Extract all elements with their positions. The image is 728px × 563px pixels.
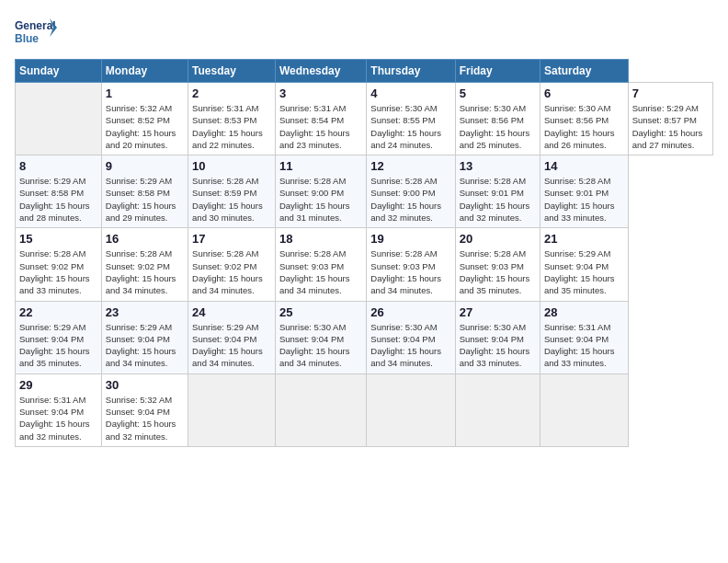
day-info: Sunrise: 5:32 AMSunset: 8:52 PMDaylight:… — [106, 102, 184, 151]
day-cell: 24Sunrise: 5:29 AMSunset: 9:04 PMDayligh… — [188, 301, 276, 373]
day-info: Sunrise: 5:30 AMSunset: 9:04 PMDaylight:… — [370, 321, 450, 370]
day-cell: 13Sunrise: 5:28 AMSunset: 9:01 PMDayligh… — [455, 155, 540, 228]
day-cell: 23Sunrise: 5:29 AMSunset: 9:04 PMDayligh… — [101, 301, 188, 373]
day-info: Sunrise: 5:28 AMSunset: 9:02 PMDaylight:… — [19, 247, 97, 296]
day-number: 11 — [279, 159, 362, 173]
day-cell: 27Sunrise: 5:30 AMSunset: 9:04 PMDayligh… — [455, 301, 540, 373]
day-cell — [16, 83, 102, 155]
day-info: Sunrise: 5:28 AMSunset: 9:01 PMDaylight:… — [460, 175, 536, 224]
day-number: 3 — [279, 86, 362, 100]
day-cell: 19Sunrise: 5:28 AMSunset: 9:03 PMDayligh… — [367, 228, 455, 301]
day-number: 10 — [192, 159, 271, 173]
day-info: Sunrise: 5:30 AMSunset: 9:04 PMDaylight:… — [460, 321, 536, 370]
day-number: 28 — [544, 305, 624, 319]
day-info: Sunrise: 5:31 AMSunset: 8:53 PMDaylight:… — [192, 102, 271, 151]
day-info: Sunrise: 5:28 AMSunset: 9:03 PMDaylight:… — [460, 247, 536, 296]
day-cell: 26Sunrise: 5:30 AMSunset: 9:04 PMDayligh… — [367, 301, 455, 373]
day-number: 24 — [192, 305, 271, 319]
col-header-tuesday: Tuesday — [188, 60, 276, 83]
day-info: Sunrise: 5:31 AMSunset: 9:04 PMDaylight:… — [19, 394, 97, 442]
day-info: Sunrise: 5:28 AMSunset: 9:03 PMDaylight:… — [279, 247, 362, 296]
day-number: 17 — [192, 232, 271, 246]
day-number: 4 — [370, 86, 450, 100]
day-info: Sunrise: 5:28 AMSunset: 9:03 PMDaylight:… — [370, 247, 450, 296]
day-cell: 2Sunrise: 5:31 AMSunset: 8:53 PMDaylight… — [188, 83, 276, 155]
day-cell: 9Sunrise: 5:29 AMSunset: 8:58 PMDaylight… — [101, 155, 188, 228]
day-info: Sunrise: 5:30 AMSunset: 8:56 PMDaylight:… — [460, 102, 536, 151]
day-cell — [367, 373, 455, 446]
day-cell: 1Sunrise: 5:32 AMSunset: 8:52 PMDaylight… — [101, 83, 188, 155]
day-number: 5 — [460, 86, 536, 100]
day-info: Sunrise: 5:28 AMSunset: 8:59 PMDaylight:… — [192, 175, 271, 224]
day-info: Sunrise: 5:28 AMSunset: 9:02 PMDaylight:… — [192, 247, 271, 296]
page-header: General Blue — [15, 15, 713, 52]
day-cell: 22Sunrise: 5:29 AMSunset: 9:04 PMDayligh… — [16, 301, 102, 373]
day-number: 8 — [19, 159, 97, 173]
day-number: 26 — [370, 305, 450, 319]
day-number: 29 — [19, 378, 97, 392]
day-cell — [540, 373, 628, 446]
day-number: 12 — [370, 159, 450, 173]
day-info: Sunrise: 5:29 AMSunset: 9:04 PMDaylight:… — [192, 321, 271, 370]
day-cell: 18Sunrise: 5:28 AMSunset: 9:03 PMDayligh… — [275, 228, 366, 301]
day-number: 2 — [192, 86, 271, 100]
day-number: 7 — [632, 86, 709, 100]
day-cell: 3Sunrise: 5:31 AMSunset: 8:54 PMDaylight… — [275, 83, 366, 155]
day-info: Sunrise: 5:30 AMSunset: 8:55 PMDaylight:… — [370, 102, 450, 151]
day-number: 18 — [279, 232, 362, 246]
day-cell: 28Sunrise: 5:31 AMSunset: 9:04 PMDayligh… — [540, 301, 628, 373]
logo: General Blue — [15, 15, 59, 52]
day-number: 16 — [106, 232, 184, 246]
svg-text:General: General — [15, 19, 56, 32]
day-cell: 5Sunrise: 5:30 AMSunset: 8:56 PMDaylight… — [455, 83, 540, 155]
day-info: Sunrise: 5:32 AMSunset: 9:04 PMDaylight:… — [106, 394, 184, 442]
day-cell: 12Sunrise: 5:28 AMSunset: 9:00 PMDayligh… — [367, 155, 455, 228]
week-row-1: 1Sunrise: 5:32 AMSunset: 8:52 PMDaylight… — [16, 83, 713, 155]
calendar-table: SundayMondayTuesdayWednesdayThursdayFrid… — [15, 59, 713, 447]
col-header-sunday: Sunday — [16, 60, 102, 83]
day-number: 15 — [19, 232, 97, 246]
day-cell — [455, 373, 540, 446]
day-number: 23 — [106, 305, 184, 319]
col-header-saturday: Saturday — [540, 60, 628, 83]
day-cell: 4Sunrise: 5:30 AMSunset: 8:55 PMDaylight… — [367, 83, 455, 155]
day-cell: 16Sunrise: 5:28 AMSunset: 9:02 PMDayligh… — [101, 228, 188, 301]
day-info: Sunrise: 5:28 AMSunset: 9:02 PMDaylight:… — [106, 247, 184, 296]
day-cell: 21Sunrise: 5:29 AMSunset: 9:04 PMDayligh… — [540, 228, 628, 301]
day-cell — [188, 373, 276, 446]
day-info: Sunrise: 5:31 AMSunset: 9:04 PMDaylight:… — [544, 321, 624, 370]
day-number: 20 — [460, 232, 536, 246]
week-row-4: 22Sunrise: 5:29 AMSunset: 9:04 PMDayligh… — [16, 301, 713, 373]
day-number: 21 — [544, 232, 624, 246]
day-number: 14 — [544, 159, 624, 173]
day-cell: 10Sunrise: 5:28 AMSunset: 8:59 PMDayligh… — [188, 155, 276, 228]
day-info: Sunrise: 5:29 AMSunset: 9:04 PMDaylight:… — [106, 321, 184, 370]
day-info: Sunrise: 5:28 AMSunset: 9:00 PMDaylight:… — [370, 175, 450, 224]
col-header-monday: Monday — [101, 60, 188, 83]
day-info: Sunrise: 5:30 AMSunset: 8:56 PMDaylight:… — [544, 102, 624, 151]
day-info: Sunrise: 5:28 AMSunset: 9:00 PMDaylight:… — [279, 175, 362, 224]
day-cell: 11Sunrise: 5:28 AMSunset: 9:00 PMDayligh… — [275, 155, 366, 228]
day-info: Sunrise: 5:29 AMSunset: 8:57 PMDaylight:… — [632, 102, 709, 151]
day-number: 30 — [106, 378, 184, 392]
col-header-thursday: Thursday — [367, 60, 455, 83]
week-row-3: 15Sunrise: 5:28 AMSunset: 9:02 PMDayligh… — [16, 228, 713, 301]
col-header-friday: Friday — [455, 60, 540, 83]
week-row-5: 29Sunrise: 5:31 AMSunset: 9:04 PMDayligh… — [16, 373, 713, 446]
day-cell: 17Sunrise: 5:28 AMSunset: 9:02 PMDayligh… — [188, 228, 276, 301]
day-cell — [275, 373, 366, 446]
day-info: Sunrise: 5:30 AMSunset: 9:04 PMDaylight:… — [279, 321, 362, 370]
day-info: Sunrise: 5:28 AMSunset: 9:01 PMDaylight:… — [544, 175, 624, 224]
day-info: Sunrise: 5:29 AMSunset: 9:04 PMDaylight:… — [19, 321, 97, 370]
day-cell: 7Sunrise: 5:29 AMSunset: 8:57 PMDaylight… — [628, 83, 712, 155]
day-number: 27 — [460, 305, 536, 319]
day-number: 22 — [19, 305, 97, 319]
day-cell: 15Sunrise: 5:28 AMSunset: 9:02 PMDayligh… — [16, 228, 102, 301]
day-info: Sunrise: 5:31 AMSunset: 8:54 PMDaylight:… — [279, 102, 362, 151]
week-row-2: 8Sunrise: 5:29 AMSunset: 8:58 PMDaylight… — [16, 155, 713, 228]
day-number: 13 — [460, 159, 536, 173]
day-info: Sunrise: 5:29 AMSunset: 9:04 PMDaylight:… — [544, 247, 624, 296]
day-number: 19 — [370, 232, 450, 246]
svg-text:Blue: Blue — [15, 32, 39, 45]
day-info: Sunrise: 5:29 AMSunset: 8:58 PMDaylight:… — [19, 175, 97, 224]
